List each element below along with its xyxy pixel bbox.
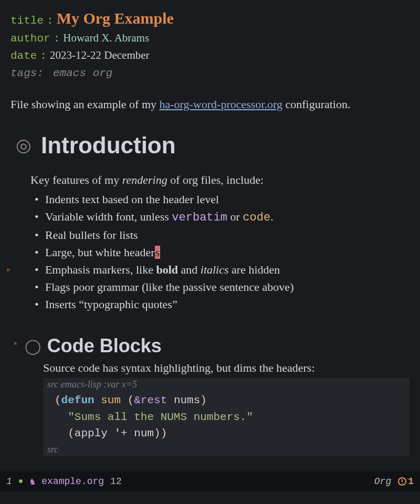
modeline-major-mode[interactable]: Org xyxy=(374,476,391,487)
src-code-body[interactable]: (defun sum (&rest nums) "Sums all the NU… xyxy=(47,390,405,444)
src-begin-header: src emacs-lisp :var x=5 xyxy=(47,379,405,390)
list-item: Real bullets for lists xyxy=(30,226,410,244)
heading-star-icon: * xyxy=(13,341,18,351)
code-blocks-lead: Source code has syntax highlighting, but… xyxy=(43,361,410,375)
prolog-author-line: author: Howard X. Abrams xyxy=(10,30,410,47)
section-introduction: ◎ Introduction Key features of my render… xyxy=(16,132,410,313)
section-body: Source code has syntax highlighting, but… xyxy=(43,361,410,456)
prolog-key-tags: tags: xyxy=(10,65,44,82)
features-lead: Key features of my rendering of org file… xyxy=(30,171,410,188)
list-item: Indents text based on the header level xyxy=(30,191,410,208)
flycheck-warning-icon[interactable]: 1 xyxy=(397,476,414,487)
list-item: Flags poor grammar (like the passive sen… xyxy=(30,278,410,296)
document-tags: emacs org xyxy=(53,65,112,82)
prolog-key-title: title xyxy=(10,13,44,29)
fringe-indicator-icon: » xyxy=(6,264,10,275)
modified-indicator-icon: ● xyxy=(18,477,24,486)
document-author: Howard X. Abrams xyxy=(63,30,149,47)
heading-bullet-icon: ◯ xyxy=(25,338,41,355)
modeline-window-number: 1 xyxy=(6,476,12,487)
source-block[interactable]: src emacs-lisp :var x=5 (defun sum (&res… xyxy=(43,378,410,456)
document-date: 2023-12-22 December xyxy=(50,47,150,64)
prolog-tags-line: tags: emacs org xyxy=(10,65,410,82)
prolog-key-author: author xyxy=(10,30,50,47)
prolog-key-date: date xyxy=(10,48,37,65)
list-item: Inserts “typographic quotes” xyxy=(30,296,410,313)
text-cursor: s xyxy=(155,246,161,259)
flycheck-warning-count: 1 xyxy=(408,476,414,487)
list-item: » Emphasis markers, like bold and italic… xyxy=(30,261,410,278)
list-item: Large, but white headers xyxy=(30,244,410,261)
features-list: Indents text based on the header level V… xyxy=(30,191,410,313)
heading-introduction[interactable]: ◎ Introduction xyxy=(16,132,410,159)
heading-title: Introduction xyxy=(41,132,176,159)
config-link[interactable]: ha-org-word-processor.org xyxy=(160,98,282,111)
modeline-line-number: 12 xyxy=(110,476,122,487)
prolog-title-line: title: My Org Example xyxy=(10,6,410,30)
modeline-logo-icon: ♞ xyxy=(29,476,35,487)
modeline-buffer-name[interactable]: example.org xyxy=(41,476,104,487)
section-code-blocks: * ◯ Code Blocks Source code has syntax h… xyxy=(13,335,410,456)
heading-title: Code Blocks xyxy=(47,335,162,357)
heading-code-blocks[interactable]: * ◯ Code Blocks xyxy=(13,335,410,357)
document-title: My Org Example xyxy=(57,6,174,30)
code-text: code xyxy=(243,211,270,224)
intro-paragraph: File showing an example of my ha-org-wor… xyxy=(10,97,410,113)
minibuffer[interactable] xyxy=(0,491,420,504)
svg-point-2 xyxy=(402,483,403,484)
prolog-date-line: date: 2023-12-22 December xyxy=(10,47,410,65)
heading-bullet-icon: ◎ xyxy=(16,136,32,154)
src-end-footer: src xyxy=(47,444,405,455)
section-body: Key features of my rendering of org file… xyxy=(30,171,410,313)
verbatim-text: verbatim xyxy=(172,211,227,224)
modeline[interactable]: 1 ● ♞ example.org 12 Org 1 xyxy=(0,471,420,491)
editor-buffer[interactable]: title: My Org Example author: Howard X. … xyxy=(0,0,420,471)
list-item: Variable width font, unless verbatim or … xyxy=(30,208,410,226)
